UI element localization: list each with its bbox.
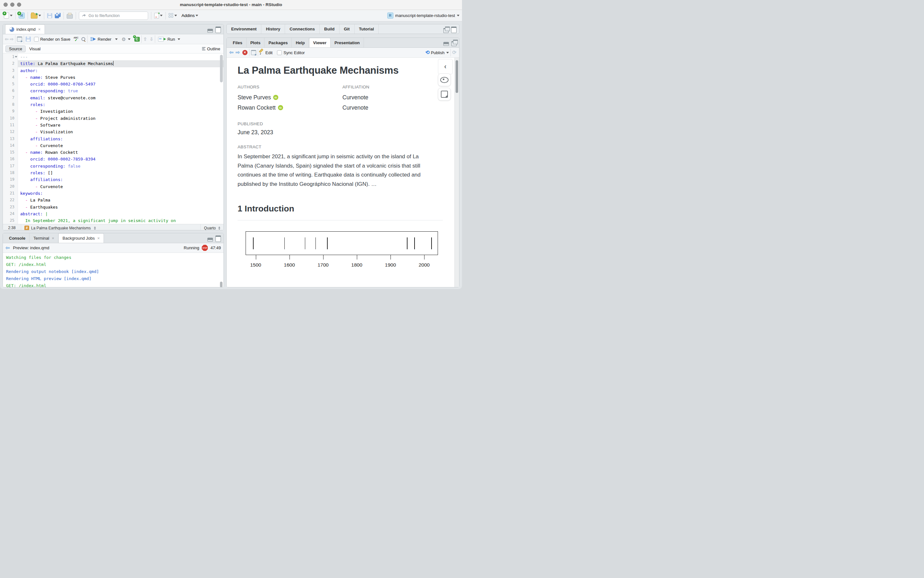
close-tab-icon[interactable]: × — [38, 27, 41, 32]
code-editor[interactable]: 1---2title: La Palma Earthquake Mechanis… — [3, 54, 223, 224]
code-line[interactable]: 1--- — [3, 54, 223, 60]
orcid-icon[interactable]: iD — [273, 95, 278, 100]
console-scrollbar[interactable] — [220, 282, 223, 287]
code-line[interactable]: 3author: — [3, 67, 223, 74]
code-line[interactable]: 22 - La Palma — [3, 197, 223, 203]
insert-chunk-icon[interactable]: C — [134, 37, 140, 42]
fold-arrow-icon[interactable] — [15, 56, 17, 58]
run-button[interactable]: Run — [157, 35, 176, 43]
tab-tutorial[interactable]: Tutorial — [355, 24, 379, 34]
open-file-button[interactable] — [29, 11, 42, 20]
viewer-scrollbar[interactable] — [455, 60, 458, 93]
tab-git[interactable]: Git — [340, 24, 355, 34]
tab-packages[interactable]: Packages — [265, 38, 292, 47]
code-line[interactable]: 17 corresponding: false — [3, 163, 223, 169]
gear-caret-icon[interactable] — [128, 39, 130, 40]
restore-pane-icon[interactable] — [451, 41, 457, 46]
back-icon[interactable]: ⇦ — [5, 37, 9, 42]
orcid-icon[interactable]: iD — [278, 105, 283, 110]
code-line[interactable]: 10 - Project administration — [3, 115, 223, 122]
addins-button[interactable]: Addins — [180, 11, 199, 20]
tab-index.qmd[interactable]: index.qmd× — [5, 24, 45, 34]
new-project-button[interactable]: R+ — [17, 11, 26, 20]
code-line[interactable]: 5 orcid: 0000-0002-0760-5497 — [3, 81, 223, 88]
code-line[interactable]: 20 - Curvenote — [3, 183, 223, 190]
goto-file-function-box[interactable] — [79, 11, 148, 20]
save-button[interactable] — [46, 11, 54, 20]
render-button[interactable]: Render — [89, 35, 113, 43]
code-line[interactable]: 21keywords: — [3, 190, 223, 197]
viewer-forward-icon[interactable]: ➡ — [235, 50, 239, 55]
preview-visibility-button[interactable] — [438, 73, 451, 86]
find-replace-icon[interactable] — [81, 37, 86, 41]
minimize-pane-icon[interactable] — [443, 42, 449, 46]
render-options-gear-icon[interactable]: ⚙ — [122, 37, 126, 42]
print-button[interactable] — [65, 11, 74, 20]
code-line[interactable]: 8 roles: — [3, 101, 223, 108]
forward-icon[interactable]: ⇨ — [10, 37, 14, 42]
save-document-icon[interactable] — [26, 37, 31, 42]
code-line[interactable]: 25 In September 2021, a significant jump… — [3, 217, 223, 224]
minimize-pane-icon[interactable] — [207, 238, 213, 242]
pane-layout-button[interactable] — [168, 11, 178, 20]
job-output[interactable]: Watching files for changesGET: /index.ht… — [3, 253, 223, 287]
code-line[interactable]: 23 - Earthquakes — [3, 204, 223, 211]
code-line[interactable]: 19 affiliations: — [3, 176, 223, 183]
render-caret-icon[interactable] — [115, 39, 118, 40]
tab-viewer[interactable]: Viewer — [309, 38, 331, 47]
tab-files[interactable]: Files — [229, 38, 247, 47]
code-line[interactable]: 11 - Software — [3, 122, 223, 128]
render-on-save-checkbox[interactable] — [34, 37, 39, 42]
save-all-button[interactable] — [54, 11, 62, 20]
viewer-stop-icon[interactable]: ✕ — [242, 50, 247, 55]
publish-caret-icon[interactable] — [446, 52, 449, 54]
tab-terminal[interactable]: Terminal× — [29, 233, 59, 243]
run-caret-icon[interactable] — [177, 39, 180, 40]
restore-pane-icon[interactable] — [443, 28, 449, 33]
tab-visual[interactable]: Visual — [26, 45, 44, 52]
code-line[interactable]: 12 - Visualization — [3, 128, 223, 135]
maximize-pane-icon[interactable] — [215, 235, 221, 242]
code-line[interactable]: 7 email: steve@curvenote.com — [3, 94, 223, 101]
stop-job-icon[interactable]: STOP — [202, 245, 208, 251]
code-line[interactable]: 9 - Investigation — [3, 108, 223, 115]
collapse-panel-button[interactable]: ‹ — [438, 59, 453, 74]
tab-environment[interactable]: Environment — [227, 24, 261, 34]
tab-history[interactable]: History — [261, 24, 285, 34]
tab-console[interactable]: Console — [5, 233, 29, 243]
viewer-popout-icon[interactable] — [251, 50, 256, 55]
jobs-back-icon[interactable]: ⬅ — [5, 245, 10, 250]
code-line[interactable]: 4 - name: Steve Purves — [3, 74, 223, 81]
code-line[interactable]: 16 orcid: 0000-0002-7859-8394 — [3, 156, 223, 162]
maximize-pane-icon[interactable] — [451, 27, 457, 33]
publish-button[interactable]: Publish — [431, 50, 445, 55]
tab-connections[interactable]: Connections — [285, 24, 320, 34]
outline-toggle[interactable]: Outline — [207, 47, 220, 51]
popout-editor-icon[interactable] — [17, 37, 22, 42]
tab-background-jobs[interactable]: Background Jobs× — [59, 233, 104, 243]
code-line[interactable]: 6 corresponding: true — [3, 88, 223, 94]
tab-source[interactable]: Source — [5, 45, 26, 52]
code-line[interactable]: 15 - name: Rowan Cockett — [3, 149, 223, 156]
edit-button[interactable]: Edit — [265, 50, 273, 55]
editor-scrollbar[interactable] — [220, 55, 223, 82]
sync-editor-checkbox[interactable] — [277, 50, 282, 55]
tab-plots[interactable]: Plots — [247, 38, 265, 47]
code-line[interactable]: 13 affiliations: — [3, 136, 223, 142]
tab-help[interactable]: Help — [292, 38, 309, 47]
version-control-button[interactable] — [153, 11, 164, 20]
tab-presentation[interactable]: Presentation — [330, 38, 364, 47]
goto-file-function-input[interactable] — [88, 13, 137, 18]
new-file-button[interactable]: + — [3, 11, 14, 20]
annotation-button[interactable] — [438, 88, 451, 101]
run-next-icon[interactable]: ⇩ — [150, 37, 153, 42]
run-previous-icon[interactable]: ⇧ — [143, 37, 147, 42]
close-tab-icon[interactable]: × — [97, 236, 100, 240]
symbol-navigator[interactable]: # La Palma Earthquake Mechanisms — [21, 224, 200, 231]
refresh-viewer-icon[interactable]: ⟳ — [452, 50, 457, 55]
code-line[interactable]: 14 - Curvenote — [3, 142, 223, 149]
viewer-back-icon[interactable]: ⬅ — [229, 50, 233, 55]
maximize-pane-icon[interactable] — [215, 27, 221, 33]
minimize-pane-icon[interactable] — [207, 29, 213, 32]
close-tab-icon[interactable]: × — [52, 236, 54, 240]
